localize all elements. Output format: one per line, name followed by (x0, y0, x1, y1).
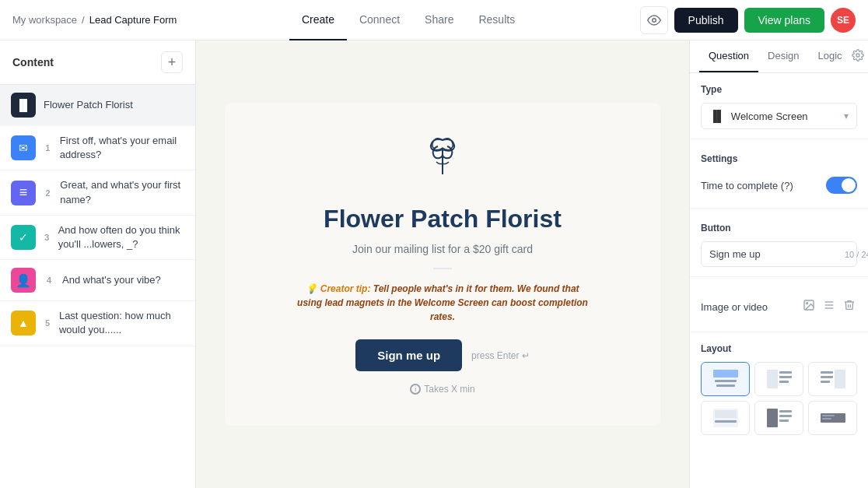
press-enter-hint: press Enter ↵ (471, 350, 530, 361)
svg-rect-8 (713, 370, 738, 377)
welcome-screen-icon: ▐▌ (11, 93, 36, 118)
panel-tabs: Question Design Logic (690, 40, 868, 73)
type-label: Type (701, 84, 857, 95)
form-name: Lead Capture Form (89, 14, 177, 26)
sidebar-items: ▐▌ Flower Patch Florist ✉ 1 First off, w… (0, 85, 195, 488)
person-icon: 👤 (11, 268, 36, 293)
layout-label: Layout (701, 343, 857, 354)
breadcrumb-separator: / (82, 14, 85, 26)
canvas: Flower Patch Florist Join our mailing li… (196, 40, 689, 488)
item-num-3: 3 (44, 233, 51, 242)
form-logo-icon (421, 134, 464, 189)
chart-icon: ▲ (11, 311, 36, 335)
settings-label: Settings (701, 153, 857, 164)
divider3 (690, 276, 868, 277)
type-select-icon: ▐▌ (709, 110, 725, 122)
svg-rect-13 (779, 376, 792, 378)
image-section: Image or video (690, 280, 868, 328)
svg-rect-20 (715, 410, 737, 418)
type-select[interactable]: ▐▌ Welcome Screen ▾ (701, 103, 857, 129)
sidebar-item-label-1: First off, what's your email address? (60, 134, 184, 162)
form-submit-button[interactable]: Sign me up (355, 339, 462, 371)
sidebar-item-label-2: Great, and what's your first name? (60, 178, 184, 206)
svg-rect-28 (822, 418, 831, 420)
layout-option-3[interactable] (808, 362, 857, 396)
header: My workspace / Lead Capture Form Create … (0, 0, 868, 40)
nav-connect[interactable]: Connect (347, 0, 412, 40)
item-num-5: 5 (44, 318, 51, 328)
svg-rect-18 (821, 381, 830, 383)
image-actions (801, 297, 857, 316)
layout-section: Layout (690, 335, 868, 443)
image-delete-button[interactable] (842, 297, 857, 316)
layout-option-4[interactable] (701, 401, 750, 435)
button-text-input[interactable] (709, 248, 840, 260)
type-section: Type ▐▌ Welcome Screen ▾ (690, 73, 868, 135)
preview-button[interactable] (640, 6, 668, 34)
sidebar-item-0[interactable]: ▐▌ Flower Patch Florist (0, 85, 195, 126)
sidebar: Content + ▐▌ Flower Patch Florist ✉ 1 Fi… (0, 40, 196, 488)
tab-logic[interactable]: Logic (809, 40, 852, 72)
clock-icon: i (410, 384, 421, 395)
divider2 (690, 208, 868, 209)
avatar[interactable]: SE (831, 8, 856, 33)
gear-icon[interactable] (852, 49, 864, 64)
image-add-button[interactable] (801, 297, 817, 316)
main-nav: Create Connect Share Results (289, 0, 527, 40)
takes-indicator: i Takes X min (410, 384, 474, 395)
tab-question[interactable]: Question (699, 40, 758, 72)
right-panel: Question Design Logic Type ▐▌ Welcome Sc… (689, 40, 868, 488)
image-row: Image or video (701, 291, 857, 322)
takes-label: Takes X min (424, 384, 474, 395)
settings-section: Settings Time to complete (?) (690, 142, 868, 205)
form-preview: Flower Patch Florist Join our mailing li… (225, 103, 660, 426)
sidebar-item-1[interactable]: ✉ 1 First off, what's your email address… (0, 126, 195, 170)
svg-point-0 (652, 18, 656, 22)
time-to-complete-toggle[interactable] (826, 177, 857, 194)
svg-rect-17 (821, 376, 833, 378)
svg-point-4 (807, 303, 808, 304)
svg-rect-15 (835, 370, 845, 388)
sidebar-header: Content + (0, 40, 195, 85)
publish-button[interactable]: Publish (674, 8, 738, 33)
form-tip: 💡 Creator tip: Tell people what's in it … (295, 282, 590, 324)
sidebar-title: Content (12, 56, 54, 68)
tab-design[interactable]: Design (758, 40, 808, 72)
nav-create[interactable]: Create (289, 0, 347, 40)
sidebar-item-label-3: And how often do you think you'll ...low… (58, 223, 184, 251)
item-num-1: 1 (44, 143, 52, 153)
chevron-down-icon: ▾ (844, 111, 849, 121)
add-content-button[interactable]: + (161, 51, 183, 73)
svg-rect-21 (715, 420, 737, 423)
sidebar-item-4[interactable]: 👤 4 And what's your vibe? (0, 260, 195, 301)
layout-option-5[interactable] (754, 401, 803, 435)
sidebar-item-2[interactable]: ≡ 2 Great, and what's your first name? (0, 170, 195, 215)
svg-rect-25 (779, 420, 789, 422)
sidebar-item-5[interactable]: ▲ 5 Last question: how much would you...… (0, 301, 195, 346)
layout-option-2[interactable] (754, 362, 803, 396)
button-input-row: 10 / 24 (701, 241, 857, 267)
check-icon: ✓ (11, 225, 36, 250)
layout-option-1[interactable] (701, 362, 750, 396)
nav-share[interactable]: Share (412, 0, 466, 40)
image-label: Image or video (701, 301, 768, 313)
main-layout: Content + ▐▌ Flower Patch Florist ✉ 1 Fi… (0, 40, 868, 488)
svg-rect-10 (716, 384, 735, 387)
button-char-count: 10 / 24 (845, 250, 868, 259)
sidebar-item-3[interactable]: ✓ 3 And how often do you think you'll ..… (0, 216, 195, 260)
view-plans-button[interactable]: View plans (744, 8, 824, 33)
form-title: Flower Patch Florist (324, 205, 562, 233)
svg-rect-9 (715, 380, 737, 382)
divider4 (690, 332, 868, 332)
form-subtitle: Join our mailing list for a $20 gift car… (352, 243, 533, 255)
image-settings-button[interactable] (821, 297, 837, 316)
svg-rect-24 (779, 415, 792, 417)
workspace-link[interactable]: My workspace (12, 14, 77, 26)
svg-rect-12 (779, 371, 792, 374)
nav-results[interactable]: Results (466, 0, 527, 40)
sidebar-item-label-5: Last question: how much would you...... (59, 309, 184, 337)
header-actions: Publish View plans SE (640, 6, 856, 34)
layout-option-6[interactable] (808, 401, 857, 435)
divider (690, 139, 868, 139)
svg-rect-11 (767, 370, 778, 388)
